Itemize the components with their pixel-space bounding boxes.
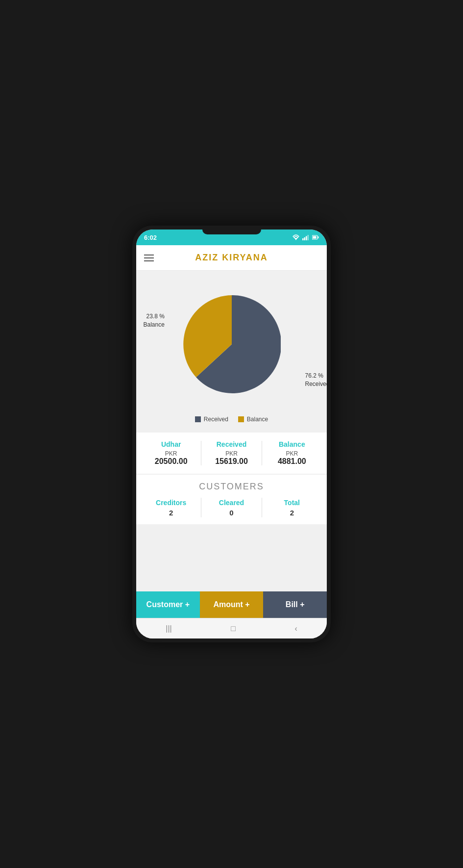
svg-rect-6 [318, 236, 319, 238]
cleared-label: Cleared [201, 499, 261, 507]
status-icons [292, 234, 319, 240]
total-stat: Total 2 [262, 499, 322, 517]
customers-section: CUSTOMERS Creditors 2 Cleared 0 Total 2 [136, 475, 327, 524]
legend-received: Received [195, 416, 228, 423]
customers-stats: Creditors 2 Cleared 0 Total 2 [141, 498, 322, 517]
pie-chart [183, 295, 281, 393]
svg-rect-7 [313, 236, 317, 239]
balance-currency: PKR [262, 450, 322, 457]
nav-home-icon[interactable]: □ [221, 620, 245, 637]
bill-button[interactable]: Bill + [263, 591, 327, 618]
received-value: 15619.00 [201, 457, 261, 466]
balance-stat: Balance PKR 4881.00 [262, 440, 322, 466]
stats-section: Udhar PKR 20500.00 Received PKR 15619.00… [136, 433, 327, 474]
customers-title: CUSTOMERS [141, 482, 322, 492]
nav-back-icon[interactable]: ‹ [285, 620, 307, 637]
chart-section: 23.8 % Balance 76.2 % [136, 271, 327, 428]
main-content: 23.8 % Balance 76.2 % [136, 271, 327, 591]
chart-legend: Received Balance [195, 416, 268, 423]
action-buttons: Customer + Amount + Bill + [136, 591, 327, 618]
cleared-stat: Cleared 0 [201, 499, 261, 517]
amount-button[interactable]: Amount + [200, 591, 264, 618]
wifi-icon [292, 234, 299, 240]
received-stat: Received PKR 15619.00 [201, 440, 261, 466]
received-dot [195, 416, 201, 422]
received-currency: PKR [201, 450, 261, 457]
svg-rect-4 [308, 235, 309, 240]
legend-balance: Balance [238, 416, 268, 423]
status-time: 6:02 [144, 234, 157, 241]
app-header: AZIZ KIRYANA [136, 245, 327, 271]
udhar-stat: Udhar PKR 20500.00 [141, 440, 201, 466]
total-value: 2 [262, 509, 322, 517]
svg-rect-2 [304, 237, 306, 240]
app-title: AZIZ KIRYANA [195, 253, 268, 263]
balance-value: 4881.00 [262, 457, 322, 466]
phone-screen: 6:02 AZIZ KIRYANA 23.8 [136, 230, 327, 638]
received-stat-label: Received [201, 440, 261, 448]
creditors-value: 2 [141, 509, 201, 517]
total-label: Total [262, 499, 322, 507]
svg-rect-9 [238, 416, 244, 422]
customer-button[interactable]: Customer + [136, 591, 200, 618]
signal-icon [302, 234, 309, 240]
svg-point-0 [295, 239, 296, 240]
svg-rect-8 [195, 416, 201, 422]
balance-label: 23.8 % Balance [144, 312, 165, 329]
udhar-currency: PKR [141, 450, 201, 457]
received-label: 76.2 % Received [305, 372, 327, 388]
cleared-value: 0 [201, 509, 261, 517]
svg-rect-3 [306, 236, 307, 241]
svg-rect-1 [302, 238, 304, 240]
nav-menu-icon[interactable]: ||| [156, 620, 181, 637]
creditors-label: Creditors [141, 499, 201, 507]
menu-button[interactable] [144, 255, 154, 261]
udhar-label: Udhar [141, 440, 201, 448]
creditors-stat: Creditors 2 [141, 499, 201, 517]
battery-icon [312, 234, 319, 240]
notch [202, 230, 261, 234]
bottom-nav: ||| □ ‹ [136, 618, 327, 638]
udhar-value: 20500.00 [141, 457, 201, 466]
balance-stat-label: Balance [262, 440, 322, 448]
phone-frame: 6:02 AZIZ KIRYANA 23.8 [132, 226, 331, 642]
balance-dot [238, 416, 244, 422]
